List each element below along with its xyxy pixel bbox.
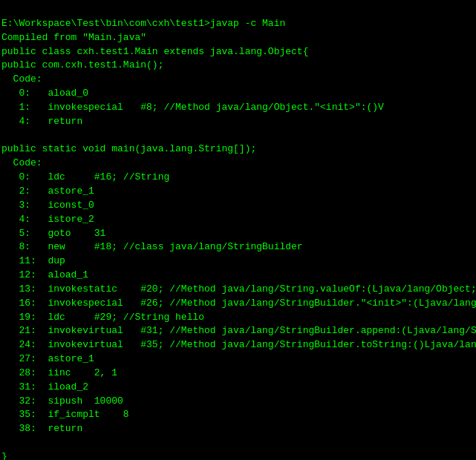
- terminal-line: Code:: [1, 157, 475, 171]
- terminal-line: 21: invokevirtual #31; //Method java/lan…: [1, 324, 475, 338]
- terminal-window: E:\Workspace\Test\bin\com\cxh\test1>java…: [0, 0, 476, 460]
- terminal-line: 1: invokespecial #8; //Method java/lang/…: [1, 101, 475, 115]
- terminal-line: 16: invokespecial #26; //Method java/lan…: [1, 297, 475, 311]
- terminal-line: Compiled from "Main.java": [1, 31, 475, 45]
- terminal-line: public com.cxh.test1.Main();: [1, 59, 475, 73]
- terminal-line: [1, 436, 475, 450]
- terminal-line: Code:: [1, 73, 475, 87]
- terminal-line: 12: aload_1: [1, 269, 475, 283]
- terminal-line: 5: goto 31: [1, 227, 475, 241]
- terminal-line: public class cxh.test1.Main extends java…: [1, 45, 475, 59]
- terminal-line: 0: aload_0: [1, 87, 475, 101]
- terminal-line: 3: iconst_0: [1, 199, 475, 213]
- terminal-line: E:\Workspace\Test\bin\com\cxh\test1>java…: [1, 17, 475, 31]
- terminal-line: 4: istore_2: [1, 213, 475, 227]
- terminal-line: 27: astore_1: [1, 352, 475, 367]
- terminal-line: 24: invokevirtual #35; //Method java/lan…: [1, 338, 475, 352]
- terminal-line: 0: ldc #16; //String: [1, 171, 475, 185]
- terminal-line: 2: astore_1: [1, 185, 475, 199]
- terminal-line: 31: iload_2: [1, 381, 475, 395]
- terminal-line: 35: if_icmplt 8: [1, 408, 475, 422]
- terminal-line: 11: dup: [1, 254, 475, 269]
- terminal-line: 38: return: [1, 422, 475, 436]
- terminal-line: public static void main(java.lang.String…: [1, 142, 475, 157]
- terminal-line: [1, 129, 475, 143]
- terminal-line: 19: ldc #29; //String hello: [1, 311, 475, 325]
- terminal-line: 13: invokestatic #20; //Method java/lang…: [1, 283, 475, 297]
- terminal-line: 28: iinc 2, 1: [1, 367, 475, 381]
- terminal-line: 32: sipush 10000: [1, 395, 475, 409]
- terminal-line: 4: return: [1, 115, 475, 129]
- terminal-line: }: [1, 450, 475, 460]
- terminal-line: 8: new #18; //class java/lang/StringBuil…: [1, 240, 475, 254]
